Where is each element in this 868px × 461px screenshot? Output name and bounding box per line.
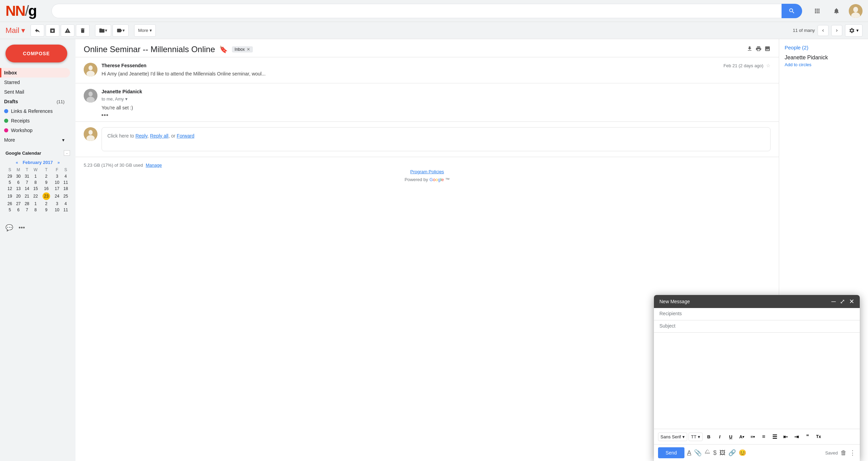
sidebar-item-drafts[interactable]: Drafts (11) [0, 97, 70, 106]
compose-money-button[interactable]: $ [713, 449, 717, 457]
settings-button[interactable]: ▾ [845, 24, 863, 37]
search-input[interactable] [51, 4, 782, 18]
compose-underline-a-button[interactable]: A [687, 449, 691, 457]
compose-close-button[interactable]: ✕ [849, 298, 854, 305]
report-button[interactable] [61, 24, 74, 37]
cal-day-2-5[interactable]: 17 [53, 186, 61, 192]
cal-day-0-2[interactable]: 31 [23, 173, 31, 179]
cal-day-5-3[interactable]: 8 [31, 207, 40, 213]
cal-day-0-5[interactable]: 3 [53, 173, 61, 179]
sidebar-item-sent[interactable]: Sent Mail [0, 87, 70, 97]
sidebar-item-inbox[interactable]: Inbox [0, 68, 70, 78]
compose-recipients-field[interactable]: Recipients [654, 308, 860, 320]
apps-button[interactable] [810, 4, 824, 18]
cal-day-4-3[interactable]: 1 [31, 201, 40, 207]
chat-more-icon[interactable]: ••• [19, 224, 25, 232]
reply-link[interactable]: Reply [136, 133, 148, 139]
cal-next[interactable]: » [57, 160, 60, 165]
add-to-circles-link[interactable]: Add to circles [785, 62, 863, 67]
compose-expand-button[interactable]: ⤢ [840, 298, 845, 305]
cal-day-3-5[interactable]: 24 [53, 192, 61, 201]
indent-decrease-button[interactable]: ⇤ [781, 432, 790, 441]
compose-drive-button[interactable] [704, 449, 711, 457]
cal-day-5-4[interactable]: 9 [40, 207, 53, 213]
sidebar-item-workshop[interactable]: Workshop [0, 126, 70, 135]
cal-day-1-4[interactable]: 9 [40, 179, 53, 186]
compose-delete-button[interactable]: 🗑 [841, 449, 847, 457]
compose-photo-button[interactable]: 🖼 [719, 449, 726, 457]
avatar[interactable] [849, 4, 863, 18]
search-button[interactable] [782, 4, 802, 18]
cal-day-1-2[interactable]: 7 [23, 179, 31, 186]
cal-day-1-0[interactable]: 5 [5, 179, 14, 186]
quote-button[interactable]: “ [803, 432, 812, 441]
forward-link[interactable]: Forward [177, 133, 194, 139]
cal-day-5-2[interactable]: 7 [23, 207, 31, 213]
cal-prev[interactable]: « [16, 160, 18, 165]
reply-button[interactable] [31, 24, 44, 37]
cal-day-5-6[interactable]: 11 [61, 207, 70, 213]
cal-day-0-4[interactable]: 2 [40, 173, 53, 179]
sidebar-item-more[interactable]: More ▾ [0, 135, 70, 145]
chat-icon[interactable]: 💬 [5, 224, 13, 232]
cal-day-4-5[interactable]: 3 [53, 201, 61, 207]
print-icon[interactable] [755, 46, 762, 54]
ordered-list-button[interactable]: ≡ [759, 432, 769, 441]
underline-button[interactable]: U [726, 432, 736, 441]
cal-day-5-1[interactable]: 6 [14, 207, 23, 213]
prev-page-button[interactable] [818, 25, 829, 36]
cal-day-2-3[interactable]: 15 [31, 186, 40, 192]
cal-day-4-1[interactable]: 27 [14, 201, 23, 207]
cal-day-4-2[interactable]: 28 [23, 201, 31, 207]
delete-button[interactable] [76, 24, 90, 37]
notifications-button[interactable] [830, 4, 843, 18]
reply-all-link[interactable]: Reply all [150, 133, 168, 139]
cal-day-3-6[interactable]: 25 [61, 192, 70, 201]
text-color-button[interactable]: A ▾ [737, 432, 747, 441]
cal-day-1-3[interactable]: 8 [31, 179, 40, 186]
cal-day-5-0[interactable]: 5 [5, 207, 14, 213]
send-button[interactable]: Send [658, 447, 684, 458]
cal-day-4-0[interactable]: 26 [5, 201, 14, 207]
manage-link[interactable]: Manage [146, 163, 162, 168]
cal-day-1-5[interactable]: 10 [53, 179, 61, 186]
cal-day-3-4[interactable]: 23 [40, 192, 53, 201]
sidebar-item-starred[interactable]: Starred [0, 78, 70, 87]
font-size-selector[interactable]: TT ▾ [689, 433, 703, 441]
inbox-tag-close[interactable]: ✕ [247, 47, 250, 52]
download-icon[interactable] [747, 46, 753, 54]
compose-button[interactable]: COMPOSE [5, 45, 67, 62]
next-page-button[interactable] [831, 25, 842, 36]
email-star-1[interactable]: ☆ [766, 63, 771, 68]
cal-day-2-0[interactable]: 12 [5, 186, 14, 192]
cal-day-2-1[interactable]: 13 [14, 186, 23, 192]
bold-button[interactable]: B [704, 432, 714, 441]
cal-day-2-4[interactable]: 16 [40, 186, 53, 192]
more-toolbar-button[interactable]: More ▾ [134, 24, 156, 37]
compose-link-button[interactable]: 🔗 [728, 449, 736, 457]
cal-day-3-3[interactable]: 22 [31, 192, 40, 201]
sidebar-item-links[interactable]: Links & References [0, 106, 70, 116]
cal-day-0-1[interactable]: 30 [14, 173, 23, 179]
compose-body[interactable] [654, 333, 860, 429]
compose-minimize-button[interactable]: ─ [831, 298, 836, 305]
mail-title[interactable]: Mail ▾ [5, 26, 25, 35]
cal-day-3-0[interactable]: 19 [5, 192, 14, 201]
align-button[interactable]: ≡ ▾ [748, 432, 758, 441]
move-button[interactable]: ▾ [95, 24, 111, 37]
program-policies-link[interactable]: Program Policies [410, 169, 444, 174]
cal-day-0-0[interactable]: 29 [5, 173, 14, 179]
reply-box[interactable]: Click here to Reply, Reply all, or Forwa… [102, 127, 771, 151]
cal-day-4-6[interactable]: 4 [61, 201, 70, 207]
label-button[interactable]: ▾ [113, 24, 129, 37]
compose-attach-button[interactable]: 📎 [694, 449, 702, 457]
people-header[interactable]: People (2) [785, 45, 863, 50]
cal-day-2-2[interactable]: 14 [23, 186, 31, 192]
cal-day-4-4[interactable]: 2 [40, 201, 53, 207]
cal-day-0-6[interactable]: 4 [61, 173, 70, 179]
image-icon[interactable] [764, 46, 771, 54]
to-dropdown-arrow[interactable]: ▾ [125, 96, 128, 102]
bookmark-icon[interactable]: 🔖 [219, 45, 228, 54]
remove-format-button[interactable]: Tx [814, 432, 823, 441]
font-selector[interactable]: Sans Serif ▾ [658, 433, 687, 441]
